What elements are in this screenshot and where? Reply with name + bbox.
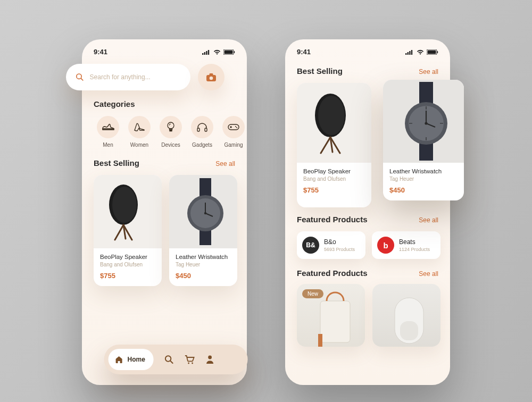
svg-point-11	[235, 126, 236, 127]
svg-rect-2	[206, 51, 207, 55]
svg-rect-42	[400, 321, 418, 340]
category-label: Gadgets	[192, 142, 212, 148]
product-image	[94, 175, 162, 248]
svg-rect-31	[411, 50, 412, 55]
product-card-watch[interactable]: Leather Wristwatch Tag Heuer $450	[383, 80, 464, 200]
nav-cart-icon[interactable]	[185, 355, 195, 364]
best-selling-title: Best Selling	[94, 158, 139, 168]
category-men[interactable]: Men	[93, 116, 123, 148]
nav-profile-icon[interactable]	[206, 355, 214, 364]
svg-point-20	[77, 74, 81, 79]
svg-point-36	[318, 96, 345, 135]
signal-icon	[405, 49, 414, 55]
product-price: $755	[303, 186, 365, 194]
gamepad-icon	[227, 123, 240, 131]
product-image	[383, 80, 464, 163]
svg-rect-30	[409, 51, 410, 55]
status-bar: 9:41	[82, 39, 247, 59]
search-row	[66, 64, 225, 90]
brand-count: 1124 Products	[399, 247, 430, 252]
category-devices[interactable]: Devices	[155, 116, 186, 148]
speaker-illustration	[310, 91, 358, 155]
sneaker-icon	[102, 123, 114, 131]
wifi-icon	[213, 49, 221, 55]
brand-card-bno[interactable]: B& B&o 5693 Products	[297, 231, 365, 259]
product-name: Leather Wristwatch	[389, 168, 458, 174]
brand-list[interactable]: B& B&o 5693 Products b Beats 1124 Produc…	[285, 224, 450, 259]
svg-point-24	[165, 356, 171, 361]
product-brand: Bang and Olufsen	[303, 176, 365, 182]
svg-point-14	[112, 187, 137, 223]
product-card-speaker[interactable]: BeoPlay Speaker Bang and Olufsen $755	[94, 175, 162, 286]
see-all-link[interactable]: See all	[419, 270, 438, 278]
phone-screen-home: 9:41 Categories Men Women Devices	[82, 39, 247, 385]
featured-products-header: Featured Products See all	[285, 269, 450, 278]
nav-home[interactable]: Home	[109, 349, 154, 370]
speaker-illustration	[105, 182, 150, 241]
product-name: BeoPlay Speaker	[303, 168, 365, 174]
product-card-speaker[interactable]: BeoPlay Speaker Bang and Olufsen $755	[297, 83, 371, 207]
category-gaming[interactable]: Gaming	[218, 116, 247, 148]
product-price: $450	[389, 186, 458, 194]
svg-rect-9	[205, 128, 207, 131]
battery-icon	[427, 49, 438, 55]
brand-card-beats[interactable]: b Beats 1124 Products	[372, 231, 440, 259]
product-image	[169, 175, 237, 248]
signal-icon	[202, 49, 211, 55]
nav-home-label: Home	[128, 356, 145, 363]
battery-icon	[223, 49, 235, 55]
svg-rect-22	[210, 73, 213, 76]
speaker-pod-illustration	[372, 284, 440, 347]
camera-button[interactable]	[198, 64, 225, 90]
svg-rect-1	[204, 52, 205, 55]
brand-logo-beats: b	[377, 237, 394, 254]
category-gadgets[interactable]: Gadgets	[187, 116, 218, 148]
brand-name: Beats	[399, 238, 430, 246]
featured-product-card[interactable]	[372, 284, 440, 347]
svg-point-23	[210, 76, 213, 80]
categories-title: Categories	[94, 99, 135, 108]
brand-name: B&o	[324, 238, 355, 246]
category-label: Men	[103, 142, 113, 148]
see-all-link[interactable]: See all	[215, 160, 235, 168]
search-field[interactable]	[66, 64, 190, 90]
phone-screen-listing: 9:41 Best Selling See all	[285, 39, 450, 385]
svg-point-12	[236, 127, 237, 128]
featured-products-list[interactable]: New	[285, 278, 450, 347]
svg-rect-28	[405, 53, 406, 55]
search-input[interactable]	[90, 73, 181, 81]
svg-rect-3	[208, 50, 209, 55]
product-card-watch[interactable]: Leather Wristwatch Tag Heuer $450	[169, 175, 237, 286]
see-all-link[interactable]: See all	[419, 216, 438, 224]
best-selling-list[interactable]: BeoPlay Speaker Bang and Olufsen $755	[82, 168, 247, 286]
svg-rect-29	[408, 52, 409, 55]
headphones-icon	[196, 122, 208, 132]
category-label: Women	[130, 142, 148, 148]
svg-rect-34	[437, 51, 438, 53]
heel-icon	[134, 122, 145, 132]
svg-rect-5	[225, 50, 233, 54]
status-time: 9:41	[297, 48, 311, 56]
product-name: BeoPlay Speaker	[100, 254, 155, 260]
wifi-icon	[417, 49, 424, 55]
product-brand: Bang and Olufsen	[100, 262, 155, 267]
featured-product-card[interactable]: New	[297, 284, 365, 347]
see-all-link[interactable]: See all	[419, 68, 438, 76]
nav-search-icon[interactable]	[164, 355, 174, 364]
product-price: $450	[176, 272, 231, 280]
status-time: 9:41	[94, 48, 107, 56]
category-women[interactable]: Women	[124, 116, 155, 148]
svg-point-7	[168, 122, 174, 129]
brand-count: 5693 Products	[324, 247, 355, 252]
categories-list[interactable]: Men Women Devices Gadgets Gaming	[82, 108, 247, 150]
camera-icon	[206, 73, 217, 82]
svg-rect-37	[320, 301, 350, 342]
svg-rect-33	[428, 50, 436, 54]
category-label: Devices	[161, 142, 180, 148]
svg-rect-39	[318, 334, 322, 347]
svg-point-26	[192, 363, 194, 364]
bottom-nav: Home	[104, 345, 248, 374]
featured-products-title: Featured Products	[297, 269, 368, 278]
status-bar: 9:41	[285, 39, 450, 59]
category-label: Gaming	[224, 142, 243, 148]
